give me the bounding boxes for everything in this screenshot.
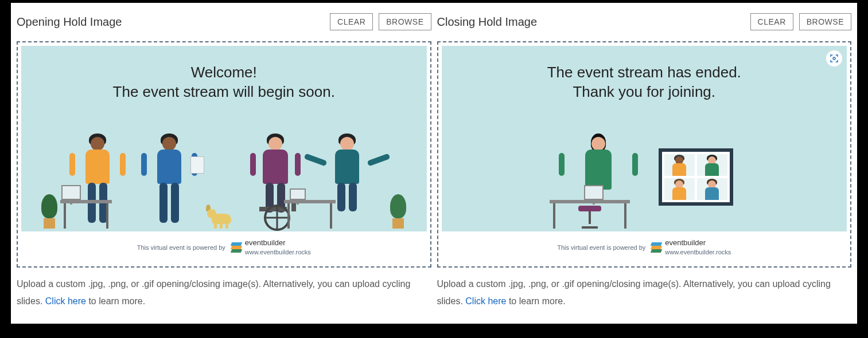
closing-panel-header: Closing Hold Image CLEAR BROWSE (437, 11, 852, 32)
hold-image-settings: Opening Hold Image CLEAR BROWSE Welcome!… (11, 3, 857, 324)
closing-learn-more-link[interactable]: Click here (465, 296, 506, 306)
closing-title: Closing Hold Image (437, 15, 538, 29)
person-standing-desk-icon (66, 137, 129, 229)
opening-preview-line1: Welcome! (113, 63, 335, 82)
closing-helper-text: Upload a custom .jpg, .png, or .gif open… (437, 276, 852, 311)
opening-dropzone[interactable]: Welcome! The event stream will begin soo… (17, 41, 431, 268)
opening-preview-line2: The event stream will begin soon. (113, 82, 335, 102)
opening-illustration (21, 137, 427, 229)
person-standing-tablet-icon (138, 137, 201, 229)
closing-clear-button[interactable]: CLEAR (750, 13, 793, 30)
closing-preview-image: The event stream has ended. Thank you fo… (442, 46, 847, 263)
eventbuilder-logo: eventbuilder www.eventbuilder.rocks (651, 238, 731, 256)
footer-url-text: www.eventbuilder.rocks (665, 248, 731, 256)
opening-hold-panel: Opening Hold Image CLEAR BROWSE Welcome!… (11, 11, 431, 324)
opening-clear-button[interactable]: CLEAR (330, 13, 373, 30)
plant-icon (390, 194, 406, 229)
footer-powered-text: This virtual event is powered by (137, 244, 225, 251)
closing-hold-panel: Closing Hold Image CLEAR BROWSE The even… (437, 11, 858, 324)
eventbuilder-logo: eventbuilder www.eventbuilder.rocks (231, 238, 311, 256)
video-grid-icon (659, 148, 733, 206)
opening-preview-footer: This virtual event is powered by eventbu… (21, 231, 427, 263)
opening-preview-image: Welcome! The event stream will begin soo… (21, 46, 427, 263)
svg-point-0 (833, 57, 835, 60)
opening-browse-button[interactable]: BROWSE (379, 13, 431, 30)
opening-helper-post: to learn more. (86, 296, 145, 306)
closing-preview-footer: This virtual event is powered by eventbu… (442, 231, 847, 263)
opening-panel-header: Opening Hold Image CLEAR BROWSE (17, 11, 431, 32)
closing-helper-post: to learn more. (506, 296, 565, 306)
opening-buttons: CLEAR BROWSE (330, 13, 431, 30)
closing-buttons: CLEAR BROWSE (750, 13, 851, 30)
eventbuilder-logo-icon (651, 242, 661, 253)
expand-preview-icon[interactable] (826, 50, 842, 66)
closing-preview-text: The event stream has ended. Thank you fo… (547, 63, 741, 102)
opening-title: Opening Hold Image (17, 15, 122, 29)
eventbuilder-logo-icon (231, 242, 242, 253)
closing-illustration (442, 137, 847, 229)
closing-dropzone[interactable]: The event stream has ended. Thank you fo… (437, 41, 852, 268)
opening-preview-text: Welcome! The event stream will begin soo… (113, 63, 335, 102)
footer-brand-text: eventbuilder (665, 238, 706, 248)
guide-dog-icon (209, 206, 238, 229)
closing-preview-line1: The event stream has ended. (547, 63, 741, 82)
opening-helper-text: Upload a custom .jpg, .png, or .gif open… (17, 276, 431, 311)
footer-powered-text: This virtual event is powered by (557, 244, 645, 251)
plant-icon (41, 194, 57, 229)
footer-brand-text: eventbuilder (245, 238, 286, 248)
closing-preview-line2: Thank you for joining. (547, 82, 741, 102)
opening-learn-more-link[interactable]: Click here (45, 296, 86, 306)
person-seated-laptop-icon (313, 137, 382, 229)
person-seated-back-icon (555, 137, 641, 229)
footer-url-text: www.eventbuilder.rocks (245, 248, 311, 256)
closing-browse-button[interactable]: BROWSE (799, 13, 851, 30)
